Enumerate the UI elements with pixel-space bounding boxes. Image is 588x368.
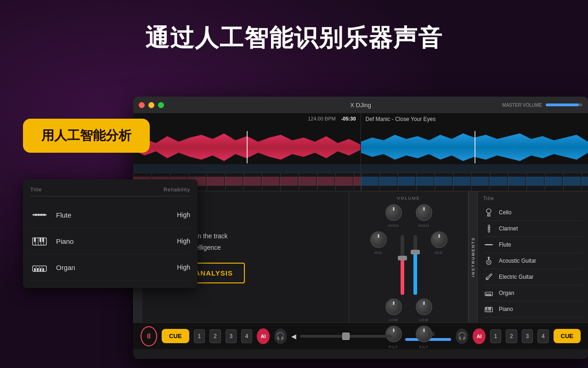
num-button-4[interactable]: 4 bbox=[241, 329, 252, 343]
playhead-right bbox=[475, 131, 475, 163]
window-controls bbox=[139, 102, 164, 108]
list-item: Organ bbox=[483, 285, 582, 301]
timeline bbox=[133, 173, 588, 191]
knob-filt-left-label: FILT bbox=[389, 345, 398, 349]
organ-overlay-name: Organ bbox=[56, 264, 163, 271]
cue-button-left[interactable]: CUE bbox=[162, 329, 189, 343]
fader-handle-blue[interactable] bbox=[411, 250, 420, 254]
list-item: Electric Guitar bbox=[483, 269, 582, 285]
num-button-r1[interactable]: 1 bbox=[490, 329, 501, 343]
svg-rect-18 bbox=[486, 292, 487, 294]
organ-name-right: Organ bbox=[499, 290, 582, 296]
svg-rect-38 bbox=[34, 238, 36, 242]
list-item: Piano High bbox=[30, 228, 190, 254]
knob-low-right-control[interactable] bbox=[416, 299, 432, 315]
svg-point-12 bbox=[486, 278, 488, 280]
flute-name-right: Flute bbox=[499, 242, 582, 248]
svg-rect-27 bbox=[489, 307, 490, 310]
fader-handle-pink[interactable] bbox=[398, 256, 407, 260]
flute-icon-overlay bbox=[30, 207, 49, 223]
num-button-2[interactable]: 2 bbox=[209, 329, 220, 343]
num-button-3[interactable]: 3 bbox=[226, 329, 237, 343]
piano-icon-right bbox=[483, 304, 494, 315]
mixer-section: INSTRUMENTS y instruments in the track n… bbox=[133, 191, 588, 322]
knob-high-left-control[interactable] bbox=[385, 204, 402, 221]
list-item: Cello bbox=[483, 205, 582, 221]
app-window: X DJing MASTER VOLUME 124.00 BPM -05:30 … bbox=[133, 97, 588, 359]
knob-filt-right-control[interactable] bbox=[416, 326, 432, 342]
overlay-reliability-col: Reliability bbox=[164, 187, 190, 192]
svg-point-30 bbox=[38, 214, 40, 216]
num-button-r2[interactable]: 2 bbox=[506, 329, 517, 343]
piano-overlay-name: Piano bbox=[56, 237, 163, 245]
pitch-slider[interactable] bbox=[300, 335, 392, 338]
num-button-r3[interactable]: 3 bbox=[522, 329, 533, 343]
knob-filt-left: FILT bbox=[385, 326, 402, 349]
flute-overlay-name: Flute bbox=[56, 211, 163, 219]
svg-rect-20 bbox=[490, 292, 491, 294]
svg-rect-28 bbox=[490, 307, 491, 310]
svg-point-29 bbox=[35, 214, 37, 216]
svg-point-5 bbox=[488, 244, 489, 245]
volume-bar[interactable] bbox=[546, 104, 582, 106]
instruments-list-right: Title Cello bbox=[478, 191, 588, 322]
cue-button-right[interactable]: CUE bbox=[554, 329, 581, 343]
ai-icon-left[interactable]: AI bbox=[257, 328, 269, 344]
instruments-list-title: Title bbox=[483, 196, 582, 201]
list-item: Acoustic Guitar bbox=[483, 253, 582, 269]
fader-track-pink[interactable] bbox=[401, 235, 404, 295]
knob-low-left-control[interactable] bbox=[385, 299, 402, 315]
piano-name-right: Piano bbox=[499, 306, 582, 312]
pause-button[interactable]: ⏸ bbox=[141, 326, 157, 346]
app-title: X DJing bbox=[350, 102, 371, 109]
list-item: Piano bbox=[483, 301, 582, 317]
cello-name: Cello bbox=[499, 209, 582, 216]
track-name-right: Def Manic - Close Your Eyes bbox=[366, 116, 436, 122]
close-button[interactable] bbox=[139, 102, 145, 108]
knob-filt-left-control[interactable] bbox=[385, 326, 402, 342]
fader-track-blue[interactable] bbox=[413, 235, 417, 295]
maximize-button[interactable] bbox=[158, 102, 164, 108]
list-item: Organ High bbox=[30, 254, 190, 281]
flute-reliability: High bbox=[163, 211, 190, 218]
headphone-right[interactable]: 🎧 bbox=[456, 328, 468, 344]
svg-rect-39 bbox=[40, 238, 41, 242]
acoustic-guitar-icon bbox=[483, 255, 494, 266]
svg-rect-43 bbox=[37, 268, 39, 271]
pitch-back-button[interactable]: ◀ bbox=[291, 333, 296, 340]
organ-icon-right bbox=[483, 288, 494, 299]
waveforms-section: 124.00 BPM -05:30 Def Manic - Close Your… bbox=[133, 113, 588, 173]
pitch-handle[interactable] bbox=[342, 333, 350, 340]
waveform-right[interactable]: Def Manic - Close Your Eyes bbox=[361, 113, 588, 172]
transport-bar: ⏸ CUE 1 2 3 4 AI 🎧 ◀ ▶ SYNC 🎧 AI 1 2 3 4 bbox=[133, 322, 588, 349]
headphone-left[interactable]: 🎧 bbox=[274, 328, 287, 344]
ai-icon-right[interactable]: AI bbox=[473, 328, 485, 344]
knob-mid-left-control[interactable] bbox=[370, 231, 387, 248]
waveform-left[interactable]: 124.00 BPM -05:30 bbox=[133, 113, 361, 172]
page-title: 通过人工智能识别乐器声音 bbox=[0, 22, 588, 54]
flute-icon-right bbox=[483, 239, 494, 250]
fader-fill-blue bbox=[413, 253, 417, 295]
fader-fill-pink bbox=[401, 259, 404, 295]
svg-point-32 bbox=[43, 214, 45, 216]
minimize-button[interactable] bbox=[148, 102, 154, 108]
knob-low-right-label: LOW bbox=[419, 318, 429, 322]
eq-mixer: VOLUME HIGH HIGH MID bbox=[349, 191, 469, 322]
knob-filt-right-label: FILT bbox=[419, 345, 429, 349]
track-info-left: 124.00 BPM -05:30 bbox=[308, 116, 356, 121]
knob-mid-right-control[interactable] bbox=[431, 231, 447, 248]
organ-reliability: High bbox=[163, 264, 190, 271]
organ-icon-overlay bbox=[30, 259, 49, 276]
svg-point-2 bbox=[489, 227, 490, 228]
num-button-1[interactable]: 1 bbox=[194, 329, 205, 343]
knob-high-right-control[interactable] bbox=[416, 204, 432, 221]
master-volume-control: MASTER VOLUME bbox=[502, 103, 582, 108]
fader-blue bbox=[413, 235, 417, 295]
volume-label: VOLUME bbox=[397, 196, 420, 201]
electric-guitar-name: Electric Guitar bbox=[499, 274, 582, 280]
num-button-r4[interactable]: 4 bbox=[537, 329, 548, 343]
master-volume-label: MASTER VOLUME bbox=[502, 103, 542, 108]
clarinet-icon bbox=[483, 223, 494, 234]
svg-rect-46 bbox=[35, 266, 37, 269]
knob-mid-right: MID bbox=[431, 231, 447, 255]
